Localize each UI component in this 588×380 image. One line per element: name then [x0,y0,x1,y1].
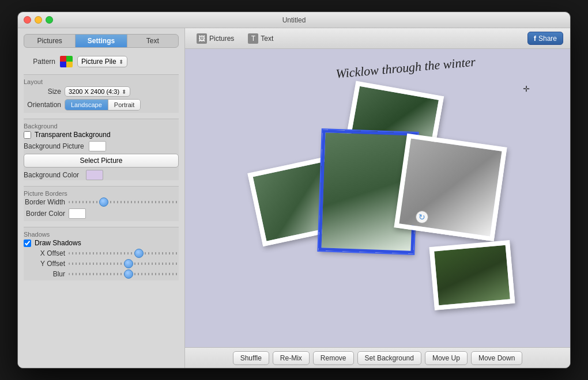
size-value: 3200 X 2400 (4:3) [69,88,119,95]
select-picture-button[interactable]: Select Picture [24,154,179,168]
tab-settings[interactable]: Settings [76,35,127,47]
draw-shadows-row: Draw Shadows [24,239,179,247]
titlebar: Untitled [18,12,570,28]
draw-shadows-checkbox[interactable] [24,240,31,247]
x-offset-slider[interactable] [69,252,179,254]
facebook-icon: f [534,34,536,43]
orientation-group: Landscape Portrait [65,99,141,111]
text-toolbar-icon: T [248,33,258,44]
bg-color-label: Background Color [24,171,81,179]
pattern-icon [60,56,73,67]
portrait-button[interactable]: Portrait [108,100,140,110]
bottom-toolbar: Shuffle Re-Mix Remove Set Background Mov… [185,347,570,368]
x-offset-row: X Offset [24,249,179,257]
window-controls [24,16,53,24]
borders-label: Picture Borders [24,190,179,197]
pictures-toolbar-icon: 🖼 [197,33,207,44]
right-panel: 🖼 Pictures T Text f Share Wicklow throug… [185,28,570,368]
y-offset-slider[interactable] [69,263,179,265]
canvas-title: Wicklow through the winter [335,54,476,81]
dropdown-arrow-icon: ⬍ [119,59,123,65]
layout-section: Layout Size 3200 X 2400 (4:3) ⬍ Orientat… [24,74,179,113]
shuffle-button[interactable]: Shuffle [233,351,269,365]
window-title: Untitled [282,16,306,24]
canvas-area[interactable]: Wicklow through the winter ✛ ↻ [185,49,570,347]
borders-section: Picture Borders Border Width Border Colo… [24,186,179,221]
bg-picture-label: Background Picture [24,142,84,150]
size-row: Size 3200 X 2400 (4:3) ⬍ [24,86,179,97]
pattern-row: Pattern Picture Pile ⬍ [24,56,179,67]
set-background-button[interactable]: Set Background [357,351,421,365]
transparent-row: Transparent Background [24,131,179,139]
shadows-section: Shadows Draw Shadows X Offset Y Offset B… [24,227,179,280]
photo-4[interactable] [429,240,515,310]
close-button[interactable] [24,16,31,24]
border-color-swatch[interactable] [69,208,86,219]
orientation-row: Orientation Landscape Portrait [24,99,179,111]
border-width-label: Border Width [24,198,65,206]
bg-picture-swatch[interactable] [89,141,106,151]
text-toolbar-label: Text [261,35,273,43]
minimize-button[interactable] [35,16,42,24]
remove-button[interactable]: Remove [313,351,354,365]
orientation-label: Orientation [24,101,61,109]
tab-text[interactable]: Text [127,35,178,47]
move-up-button[interactable]: Move Up [425,351,468,365]
transparent-label: Transparent Background [35,131,111,139]
pictures-toolbar-label: Pictures [209,35,234,43]
background-label: Background [24,123,179,130]
right-toolbar: 🖼 Pictures T Text f Share [185,28,570,49]
pattern-label: Pattern [24,58,55,66]
rotate-icon[interactable]: ↻ [416,211,428,223]
pictures-toolbar-button[interactable]: 🖼 Pictures [192,32,239,45]
bg-picture-row: Background Picture [24,141,179,151]
blur-label: Blur [24,270,65,278]
maximize-button[interactable] [46,16,53,24]
background-section: Background Transparent Background Backgr… [24,119,179,180]
tab-bar: Pictures Settings Text [24,34,179,48]
app-window: Untitled Pictures Settings Text Pattern … [17,12,571,368]
shadows-label: Shadows [24,231,179,238]
blur-row: Blur [24,270,179,278]
y-offset-row: Y Offset [24,260,179,268]
border-width-row: Border Width [24,198,179,206]
size-label: Size [24,88,61,96]
draw-shadows-label: Draw Shadows [35,239,81,247]
pattern-dropdown[interactable]: Picture Pile ⬍ [77,56,127,67]
left-panel: Pictures Settings Text Pattern Picture P… [18,28,185,368]
photo-3[interactable] [394,134,507,242]
size-dropdown[interactable]: 3200 X 2400 (4:3) ⬍ [65,86,130,97]
tab-pictures[interactable]: Pictures [24,35,76,47]
border-width-slider[interactable] [69,201,179,203]
border-color-label: Border Color [24,210,65,218]
border-color-row: Border Color [24,208,179,219]
move-icon: ✛ [523,84,530,93]
share-label: Share [538,35,557,43]
pattern-value: Picture Pile [81,58,116,66]
blur-slider[interactable] [69,273,179,275]
bg-color-swatch[interactable] [86,170,103,180]
text-toolbar-button[interactable]: T Text [243,32,278,45]
share-button[interactable]: f Share [527,32,563,45]
main-content: Pictures Settings Text Pattern Picture P… [18,28,570,368]
size-dropdown-arrow-icon: ⬍ [122,89,126,95]
remix-button[interactable]: Re-Mix [273,351,310,365]
transparent-checkbox[interactable] [24,131,31,139]
y-offset-label: Y Offset [24,260,65,268]
move-down-button[interactable]: Move Down [471,351,522,365]
x-offset-label: X Offset [24,249,65,257]
landscape-button[interactable]: Landscape [65,100,108,110]
bg-color-row: Background Color [24,170,179,180]
layout-label: Layout [24,78,179,85]
